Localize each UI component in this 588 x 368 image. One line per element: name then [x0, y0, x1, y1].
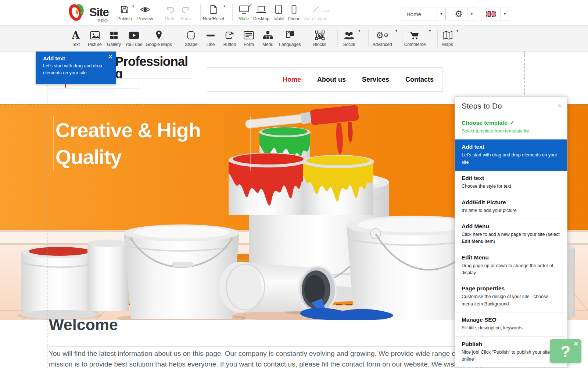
add-gallery-tool[interactable]: Gallery: [107, 29, 121, 47]
add-google-maps-tool[interactable]: Google Maps: [146, 29, 172, 47]
redo-icon: [181, 5, 190, 14]
check-icon: ✓: [510, 120, 514, 126]
youtube-icon: [128, 31, 139, 40]
toolbar-separator: [337, 29, 338, 47]
translate-book-icon: A: [285, 30, 295, 40]
site-nav-menu: Home About us Services Contacts: [207, 67, 443, 92]
elements-toolbar: A Text Picture Gallery YouTube Google Ma…: [0, 26, 588, 52]
toolbar-separator: [177, 29, 177, 47]
help-close-icon[interactable]: ✕: [574, 340, 578, 347]
nav-about-link[interactable]: About us: [317, 76, 346, 84]
app-name-suffix: PRO: [97, 18, 108, 24]
steps-panel-title: Steps to Do: [462, 102, 502, 110]
paragraph-element-border: [47, 346, 525, 347]
site-heading-line1: Professional: [115, 54, 188, 69]
button-icon: [225, 31, 235, 40]
add-shape-tool[interactable]: Line Shape: [185, 29, 198, 47]
folded-map-icon: [442, 31, 453, 40]
hero-title-element[interactable]: Creative & High Quality: [53, 116, 251, 171]
new-reset-button[interactable]: ▾ New/Reset: [199, 3, 228, 21]
step-edit-menu[interactable]: Edit Menu Drag page up or down to change…: [455, 250, 567, 282]
commerce-caret-icon[interactable]: ▾: [429, 29, 431, 33]
nav-home-link[interactable]: Home: [283, 76, 301, 84]
step-choose-template[interactable]: Choose template✓ Select template from te…: [455, 115, 567, 139]
step-manage-seo[interactable]: Manage SEO Fill title, description, keyw…: [455, 312, 567, 336]
document-icon: [209, 5, 218, 14]
nav-services-link[interactable]: Services: [362, 76, 389, 84]
blocks-icon: [315, 30, 325, 40]
site-heading-line2: g: [115, 66, 123, 79]
line-icon: [205, 31, 216, 40]
add-youtube-tool[interactable]: YouTube: [125, 29, 142, 47]
steps-to-do-panel: Steps to Do ✕ Choose template✓ Select te…: [455, 96, 567, 368]
tooltip-title: Add text: [43, 55, 106, 61]
add-picture-tool[interactable]: Picture: [88, 29, 101, 47]
gears-icon: ⚙: [376, 31, 384, 40]
shape-icon: [186, 31, 196, 40]
tooltip-body: Let's start with drag and drop elements …: [43, 63, 106, 77]
hero-title-line1: Creative & High: [55, 117, 250, 144]
toolbar-separator: [402, 29, 402, 47]
svg-text:A: A: [291, 32, 293, 36]
language-caret[interactable]: ▾: [500, 7, 509, 21]
step-add-text[interactable]: Add text Let's start with drag and drop …: [455, 139, 567, 171]
auto-layout-button[interactable]: BETA Auto Layout: [301, 3, 330, 21]
toolbar-separator: [306, 29, 306, 47]
page-select-caret[interactable]: ▾: [437, 7, 445, 21]
redo-button[interactable]: Redo: [171, 3, 200, 21]
settings-button[interactable]: ⚙ ▾: [450, 7, 476, 21]
page-select-value: Home: [406, 11, 421, 17]
add-text-tool[interactable]: A Text: [72, 29, 80, 47]
add-text-tooltip: ✕ Add text Let's start with drag and dro…: [36, 52, 116, 84]
steps-panel-header: Steps to Do ✕: [455, 97, 567, 115]
app-logo: Site PRO: [67, 3, 109, 22]
language-button[interactable]: ▾: [481, 7, 509, 21]
gears-icon-small: ⚙: [384, 32, 388, 38]
step-add-edit-picture[interactable]: Add/Edit Picture It's time to add your p…: [455, 195, 567, 219]
add-advanced-tool[interactable]: ▾ ⚙⚙ Advanced: [372, 29, 392, 47]
new-reset-caret-icon[interactable]: ▾: [223, 4, 225, 8]
form-icon: [243, 31, 254, 40]
sitemap-icon: [263, 31, 273, 40]
welcome-heading: Welcome: [49, 316, 118, 334]
text-tool-icon: A: [72, 30, 80, 40]
welcome-paragraph[interactable]: You will find the latest information abo…: [49, 348, 524, 368]
gallery-icon: [109, 31, 119, 40]
page-select[interactable]: Home ▾: [402, 7, 446, 21]
add-line-tool[interactable]: Line: [205, 29, 216, 47]
step-add-menu[interactable]: Add Menu Click here to add a new page to…: [455, 219, 567, 250]
nav-contacts-link[interactable]: Contacts: [405, 76, 434, 84]
save-icon: [120, 5, 129, 14]
sitepro-logo-icon: [67, 3, 86, 22]
add-form-tool[interactable]: Form: [243, 29, 254, 47]
settings-caret[interactable]: ▾: [467, 7, 476, 21]
add-blocks-tool[interactable]: Blocks: [313, 29, 326, 47]
help-button[interactable]: ✕ ?: [550, 339, 581, 363]
app-name: Site: [89, 6, 109, 19]
hero-title-line2: Quality: [55, 144, 250, 171]
advanced-caret-icon[interactable]: ▾: [395, 29, 397, 33]
social-people-icon: [343, 31, 355, 40]
picture-icon: [90, 31, 100, 40]
add-maps-tool[interactable]: ▾ Maps: [442, 29, 453, 47]
beta-badge: BETA: [322, 9, 330, 13]
toolbar-separator: [368, 29, 369, 47]
add-commerce-tool[interactable]: ▾ Commerce: [404, 29, 426, 47]
question-mark-icon: ?: [561, 343, 571, 361]
top-toolbar: Site PRO ▾ Publish Preview Undo Redo ▾ N…: [0, 0, 588, 26]
step-edit-text[interactable]: Edit text Choose the style for text: [455, 171, 567, 195]
add-button-tool[interactable]: Button: [223, 29, 236, 47]
toolbar-separator: [437, 29, 438, 47]
add-social-tool[interactable]: ▾ Social: [343, 29, 355, 47]
uk-flag-icon: [486, 11, 496, 17]
magic-wand-icon: [311, 4, 321, 15]
add-menu-tool[interactable]: Menu: [262, 29, 273, 47]
cart-icon: [409, 31, 420, 40]
panel-close-icon[interactable]: ✕: [557, 103, 562, 109]
tooltip-close-icon[interactable]: ✕: [108, 54, 112, 60]
eye-icon: [140, 5, 150, 14]
add-languages-tool[interactable]: A Languages: [279, 29, 301, 47]
step-page-properties[interactable]: Page properties Customise the design of …: [455, 281, 567, 312]
social-caret-icon[interactable]: ▾: [358, 29, 360, 33]
maps-caret-icon[interactable]: ▾: [456, 29, 458, 33]
